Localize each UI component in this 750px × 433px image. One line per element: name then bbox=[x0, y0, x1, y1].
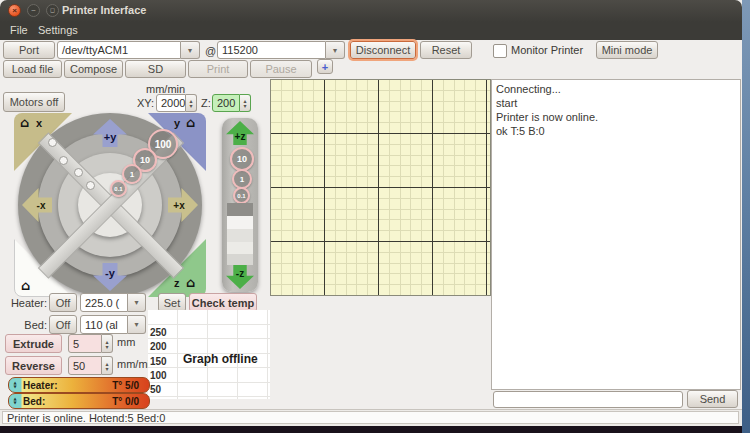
heater-temp-dropdown[interactable]: ▾ bbox=[128, 293, 146, 312]
home-z-label: z bbox=[174, 277, 180, 289]
z-feed-stepper[interactable]: ▴▾ bbox=[240, 94, 251, 112]
log-line: ok T:5 B:0 bbox=[496, 124, 736, 138]
z-plus-label: +z bbox=[235, 131, 246, 142]
home-icon: ⌂ bbox=[186, 115, 195, 130]
minimize-icon[interactable]: – bbox=[27, 4, 40, 17]
heater-label: Heater: bbox=[5, 297, 47, 309]
graph-tick: 250 bbox=[150, 327, 170, 338]
spinner-down-icon: ▾ bbox=[105, 366, 108, 371]
graph-tick: 50 bbox=[150, 384, 170, 395]
gauge-marker-icons: ▲▼ bbox=[9, 381, 21, 389]
z-minus-label: -z bbox=[236, 268, 244, 279]
mini-mode-button[interactable]: Mini mode bbox=[596, 41, 658, 59]
reverse-speed-input[interactable]: 50 bbox=[68, 356, 102, 375]
bed-temp-combo[interactable]: 110 (al bbox=[80, 315, 128, 334]
log-line: Printer is now online. bbox=[496, 110, 736, 124]
spinner-down-icon: ▾ bbox=[105, 344, 108, 349]
print-button[interactable]: Print bbox=[188, 60, 248, 78]
spinner-down-icon: ▾ bbox=[243, 103, 246, 108]
menu-file[interactable]: File bbox=[10, 24, 28, 36]
xy-feed-stepper[interactable]: ▴▾ bbox=[186, 94, 197, 112]
gauge-marker-icons: ▲▼ bbox=[9, 397, 21, 405]
pronterface-window: × – ◻ Printer Interface File Settings Po… bbox=[0, 0, 750, 433]
heater-gauge-label: Heater: bbox=[23, 380, 57, 391]
disconnect-button[interactable]: Disconnect bbox=[350, 41, 416, 59]
motors-off-button[interactable]: Motors off bbox=[3, 92, 65, 112]
bed-gauge-label: Bed: bbox=[23, 396, 45, 407]
xy-feed-input[interactable]: 2000 bbox=[156, 94, 186, 112]
heater-off-button[interactable]: Off bbox=[49, 293, 77, 312]
titlebar: × – ◻ Printer Interface bbox=[0, 0, 742, 22]
extrude-length-stepper[interactable]: ▴▾ bbox=[102, 334, 113, 353]
jog-band-dot bbox=[86, 181, 95, 190]
heater-temp-combo[interactable]: 225.0 ( bbox=[80, 293, 128, 312]
z-step-10-bubble: 10 bbox=[230, 147, 254, 171]
maximize-icon[interactable]: ◻ bbox=[46, 4, 59, 17]
chevron-down-icon: ▾ bbox=[333, 46, 337, 55]
compose-button[interactable]: Compose bbox=[64, 60, 123, 78]
bed-gauge-value: T° 0/0 bbox=[112, 396, 139, 407]
home-icon: ⌂ bbox=[186, 275, 195, 290]
z-band[interactable] bbox=[227, 203, 253, 216]
chevron-down-icon: ▾ bbox=[134, 298, 138, 307]
z-minus-button[interactable]: -z bbox=[226, 265, 254, 289]
chevron-down-icon: ▾ bbox=[188, 46, 192, 55]
sd-button[interactable]: SD bbox=[125, 60, 186, 78]
jog-step-01-bubble: 0.1 bbox=[110, 180, 127, 197]
port-combo-dropdown[interactable]: ▾ bbox=[181, 41, 200, 59]
bed-off-button[interactable]: Off bbox=[49, 315, 77, 334]
bed-gauge[interactable]: ▲▼ Bed: T° 0/0 bbox=[8, 393, 150, 409]
triangle-down-icon: ▼ bbox=[13, 401, 16, 405]
z-feed-input[interactable]: 200 bbox=[212, 94, 240, 112]
home-icon: ⌂ bbox=[20, 115, 29, 130]
heater-gauge[interactable]: ▲▼ Heater: T° 5/0 bbox=[8, 377, 150, 393]
log-line: start bbox=[496, 96, 736, 110]
spinner-down-icon: ▾ bbox=[189, 103, 192, 108]
monitor-printer-label: Monitor Printer bbox=[511, 44, 583, 56]
z-band[interactable] bbox=[227, 242, 253, 254]
load-file-button[interactable]: Load file bbox=[3, 60, 62, 78]
bed-temp-dropdown[interactable]: ▾ bbox=[128, 315, 146, 334]
jog-minus-x-label: -x bbox=[37, 200, 46, 211]
chevron-down-icon: ▾ bbox=[134, 320, 138, 329]
extrude-button[interactable]: Extrude bbox=[5, 334, 62, 353]
xy-jog-pad: ⌂ x y ⌂ ⌂ z ⌂ +y -y -x +x 100 bbox=[14, 113, 206, 297]
jog-step-1-bubble: 1 bbox=[122, 164, 142, 184]
statusbar: Printer is online. Hotend:5 Bed:0 bbox=[0, 409, 742, 426]
build-plate-grid[interactable] bbox=[270, 79, 491, 296]
z-feed-label: Z: bbox=[201, 97, 211, 109]
z-step-1-bubble: 1 bbox=[232, 169, 252, 189]
desktop-background-bottom bbox=[0, 425, 742, 433]
heater-gauge-value: T° 5/0 bbox=[112, 380, 139, 391]
z-step-01-bubble: 0.1 bbox=[233, 187, 250, 204]
z-band[interactable] bbox=[227, 216, 253, 229]
monitor-printer-checkbox[interactable] bbox=[493, 44, 507, 58]
baud-combo-entry[interactable]: 115200 bbox=[217, 41, 326, 59]
close-icon[interactable]: × bbox=[8, 4, 21, 17]
z-band[interactable] bbox=[227, 254, 253, 265]
log-panel[interactable]: Connecting... start Printer is now onlin… bbox=[491, 79, 741, 390]
extrude-length-input[interactable]: 5 bbox=[68, 334, 102, 353]
baud-combo-dropdown[interactable]: ▾ bbox=[326, 41, 345, 59]
pause-button[interactable]: Pause bbox=[250, 60, 312, 78]
graph-tick: 100 bbox=[150, 370, 170, 381]
menu-settings[interactable]: Settings bbox=[38, 24, 78, 36]
add-tab-button[interactable]: + bbox=[317, 59, 333, 74]
reverse-button[interactable]: Reverse bbox=[5, 356, 62, 375]
z-band[interactable] bbox=[227, 229, 253, 242]
port-button[interactable]: Port bbox=[3, 41, 55, 59]
send-button[interactable]: Send bbox=[687, 390, 738, 408]
bed-label: Bed: bbox=[5, 319, 47, 331]
log-line: Connecting... bbox=[496, 82, 736, 96]
xy-feed-label: XY: bbox=[137, 97, 154, 109]
gcode-input[interactable] bbox=[493, 391, 683, 408]
z-plus-button[interactable]: +z bbox=[226, 121, 254, 145]
desktop-background-right bbox=[742, 0, 750, 433]
reset-button[interactable]: Reset bbox=[420, 41, 472, 59]
home-y-label: y bbox=[174, 117, 180, 129]
reverse-speed-stepper[interactable]: ▴▾ bbox=[102, 356, 113, 375]
jog-plus-y-label: +y bbox=[104, 131, 117, 143]
graph-offline-label: Graph offline bbox=[183, 352, 258, 366]
jog-band-dot bbox=[48, 138, 57, 147]
port-combo-entry[interactable]: /dev/ttyACM1 bbox=[57, 41, 181, 59]
